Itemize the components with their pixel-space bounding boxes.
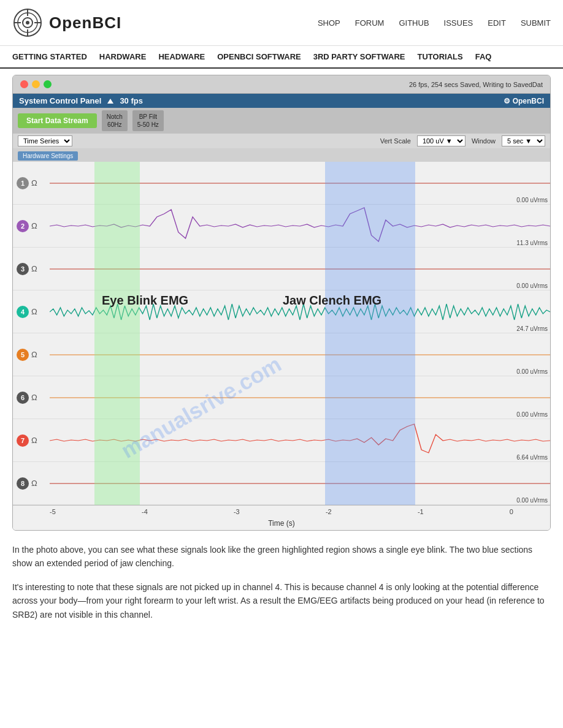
rms-3: 0.00 uVrms [516, 282, 548, 289]
rms-6: 0.00 uVrms [516, 411, 548, 418]
logo-area: OpenBCI [12, 7, 318, 38]
nav-submit[interactable]: SUBMIT [521, 18, 551, 28]
channel-label-4: 4 Ω [13, 306, 50, 318]
start-data-stream-button[interactable]: Start Data Stream [18, 113, 97, 128]
rms-4: 24.7 uVrms [516, 325, 548, 332]
subnav-hardware[interactable]: HARDWARE [99, 52, 147, 61]
channel-row-5: 5 Ω 0.00 uVrms [13, 333, 550, 376]
channel-row-2: 2 Ω 11.3 uVrms [13, 205, 550, 248]
window-chrome: 26 fps, 254 secs Saved, Writing to Saved… [13, 75, 550, 94]
x-axis: -5 -4 -3 -2 -1 0 [13, 505, 550, 518]
nav-shop[interactable]: SHOP [318, 18, 340, 28]
channel-row-4: 4 Ω 24.7 uVrms [13, 290, 550, 333]
channel-number-5: 5 [17, 349, 29, 361]
traffic-light-green[interactable] [44, 80, 52, 88]
nav-issues[interactable]: ISSUES [444, 18, 473, 28]
channel-graph-7: 6.64 uVrms [50, 419, 550, 462]
main-nav: SHOP FORUM GITHUB ISSUES EDIT SUBMIT [318, 18, 551, 28]
channel-graph-3: 0.00 uVrms [50, 248, 550, 290]
channel-number-6: 6 [17, 392, 29, 404]
channel-number-4: 4 [17, 306, 29, 318]
channel-label-6: 6 Ω [13, 392, 50, 404]
fps-label: 30 fps [120, 96, 143, 105]
nav-edit[interactable]: EDIT [488, 18, 506, 28]
x-label-neg2: -2 [326, 508, 332, 515]
x-label-0: 0 [510, 508, 513, 515]
bp-filter-button[interactable]: BP Filt5-50 Hz [132, 110, 164, 131]
openbci-logo-icon [12, 7, 43, 38]
channel-label-1: 1 Ω [13, 177, 50, 189]
rms-7: 6.64 uVrms [516, 454, 548, 461]
channel-number-7: 7 [17, 434, 29, 447]
omega-3: Ω [31, 264, 37, 273]
control-panel-title: System Control Panel [19, 96, 101, 105]
channel-graph-6: 0.00 uVrms [50, 376, 550, 419]
omega-8: Ω [31, 479, 37, 488]
time-series-dropdown[interactable]: Time Series [18, 135, 72, 146]
channel-number-8: 8 [17, 477, 29, 490]
settings-row: Time Series Vert Scale 100 uV ▼ Window 5… [13, 134, 550, 148]
omega-4: Ω [31, 307, 37, 316]
omega-6: Ω [31, 393, 37, 402]
rms-5: 0.00 uVrms [516, 368, 548, 375]
window-label: Window [472, 137, 496, 145]
channel-label-7: 7 Ω [13, 434, 50, 447]
control-bar: System Control Panel 30 fps ⚙ OpenBCI [13, 94, 550, 108]
channel-label-5: 5 Ω [13, 349, 50, 361]
notch-filter-button[interactable]: Notch60Hz [102, 110, 128, 131]
subnav-headware[interactable]: HEADWARE [158, 52, 205, 61]
svg-point-7 [26, 21, 29, 25]
expand-icon[interactable] [107, 99, 113, 104]
channel-label-2: 2 Ω [13, 220, 50, 232]
openbci-logo-small: ⚙ OpenBCI [504, 97, 544, 105]
window-status: 26 fps, 254 secs Saved, Writing to Saved… [409, 81, 543, 88]
toolbar-row: Start Data Stream Notch60Hz BP Filt5-50 … [13, 108, 550, 134]
traffic-light-yellow[interactable] [32, 80, 40, 88]
channel-number-2: 2 [17, 220, 29, 232]
channel-graph-8: 0.00 uVrms [50, 462, 550, 505]
content-area: 26 fps, 254 secs Saved, Writing to Saved… [0, 69, 563, 637]
subnav-getting-started[interactable]: GETTING STARTED [12, 52, 87, 61]
channel-number-1: 1 [17, 177, 29, 189]
channel-graph-4: 24.7 uVrms [50, 290, 550, 333]
rms-8: 0.00 uVrms [516, 497, 548, 504]
site-header: OpenBCI SHOP FORUM GITHUB ISSUES EDIT SU… [0, 0, 563, 46]
channel-row-1: 1 Ω 0.00 uVrms [13, 162, 550, 205]
channel-row-7: 7 Ω 6.64 uVrms [13, 419, 550, 462]
x-label-neg3: -3 [234, 508, 240, 515]
channels-container: Eye Blink EMG Jaw Clench EMG Jaw Clench … [13, 162, 550, 505]
x-axis-labels: -5 -4 -3 -2 -1 0 [50, 508, 513, 515]
traffic-light-red[interactable] [20, 80, 28, 88]
hw-settings-bar: Hardware Settings [13, 148, 550, 162]
rms-2: 11.3 uVrms [516, 240, 548, 246]
vert-scale-label: Vert Scale [380, 137, 411, 145]
x-label-neg5: -5 [50, 508, 56, 515]
subnav-openbci-software[interactable]: OPENBCI SOFTWARE [217, 52, 301, 61]
channel-graph-5: 0.00 uVrms [50, 333, 550, 376]
sub-nav: GETTING STARTED HARDWARE HEADWARE OPENBC… [0, 46, 563, 69]
channel-label-3: 3 Ω [13, 263, 50, 275]
chart-area: Eye Blink EMG Jaw Clench EMG Jaw Clench … [13, 162, 550, 530]
channel-row-8: 8 Ω 0.00 uVrms [13, 462, 550, 505]
channel-label-8: 8 Ω [13, 477, 50, 490]
logo-text: OpenBCI [49, 13, 121, 32]
subnav-tutorials[interactable]: TUTORIALS [418, 52, 463, 61]
x-label-neg1: -1 [418, 508, 424, 515]
subnav-3rd-party[interactable]: 3RD PARTY SOFTWARE [313, 52, 405, 61]
omega-7: Ω [31, 436, 37, 445]
subnav-faq[interactable]: FAQ [475, 52, 492, 61]
vert-scale-select[interactable]: 100 uV ▼ [417, 135, 465, 146]
channel-row-6: 6 Ω 0.00 uVrms [13, 376, 550, 419]
x-label-neg4: -4 [142, 508, 148, 515]
channel-number-3: 3 [17, 263, 29, 275]
screenshot-box: 26 fps, 254 secs Saved, Writing to Saved… [12, 75, 551, 531]
omega-1: Ω [31, 178, 37, 188]
nav-forum[interactable]: FORUM [355, 18, 385, 28]
x-axis-title: Time (s) [13, 518, 550, 530]
channel-graph-1: 0.00 uVrms [50, 162, 550, 205]
nav-github[interactable]: GITHUB [399, 18, 429, 28]
body-text-2: It's interesting to note that these sign… [12, 580, 551, 621]
hw-settings-button[interactable]: Hardware Settings [18, 151, 78, 161]
window-select[interactable]: 5 sec ▼ [502, 135, 545, 146]
channel-graph-2: 11.3 uVrms [50, 205, 550, 248]
